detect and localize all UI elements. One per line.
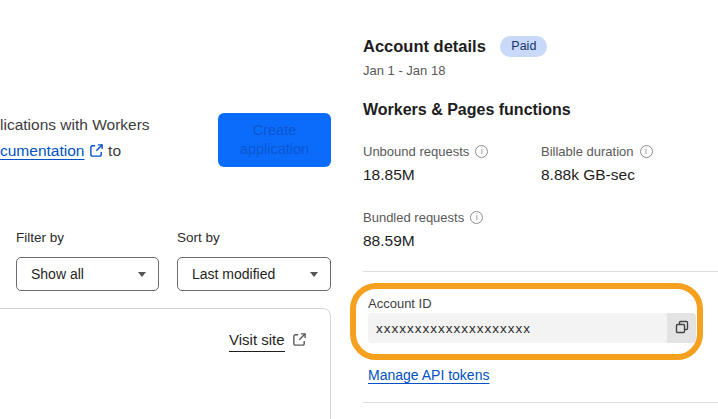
manage-api-tokens-link[interactable]: Manage API tokens (368, 367, 489, 383)
account-id-input[interactable] (368, 313, 667, 343)
date-range: Jan 1 - Jan 18 (363, 63, 445, 78)
stat-label: Bundled requests (363, 210, 464, 225)
functions-section-title: Workers & Pages functions (363, 101, 571, 119)
create-application-label: Create application (222, 121, 327, 159)
create-application-button[interactable]: Create application (218, 113, 331, 167)
external-link-icon (89, 143, 104, 162)
intro-text: lications with Workers (0, 116, 150, 133)
intro-text-after-link: to (104, 142, 121, 159)
sort-by-label: Sort by (177, 230, 220, 245)
paid-badge: Paid (500, 36, 547, 57)
stat-label: Billable duration (541, 144, 634, 159)
visit-site-row: Visit site (229, 331, 307, 352)
workers-pages-overview: lications with Workers cumentation to Cr… (0, 0, 718, 419)
stat-bundled-requests: Bundled requests i 88.59M (363, 210, 483, 250)
divider (363, 402, 718, 403)
divider (363, 271, 718, 272)
visit-site-link[interactable]: Visit site (229, 331, 285, 352)
sort-dropdown[interactable]: Last modified (177, 257, 331, 291)
account-details-header: Account details Paid (363, 36, 547, 57)
stat-value: 8.88k GB-sec (541, 166, 653, 184)
stat-billable-duration: Billable duration i 8.88k GB-sec (541, 144, 653, 184)
info-icon[interactable]: i (470, 211, 483, 224)
stat-unbound-requests: Unbound requests i 18.85M (363, 144, 488, 184)
copy-icon (674, 319, 690, 338)
filter-dropdown[interactable]: Show all (16, 257, 159, 291)
external-link-icon (292, 332, 307, 351)
info-icon[interactable]: i (640, 145, 653, 158)
filter-by-label: Filter by (16, 230, 64, 245)
intro-text-line1: lications with Workers (0, 116, 150, 134)
stat-label: Unbound requests (363, 144, 469, 159)
account-id-group (368, 313, 696, 343)
stat-value: 18.85M (363, 166, 488, 184)
copy-account-id-button[interactable] (667, 313, 696, 343)
intro-text-line2: cumentation to (0, 142, 121, 162)
application-card (0, 308, 331, 419)
chevron-down-icon (310, 272, 318, 277)
account-details-title: Account details (363, 37, 486, 55)
stat-value: 88.59M (363, 232, 483, 250)
sort-dropdown-value: Last modified (192, 266, 275, 282)
info-icon[interactable]: i (475, 145, 488, 158)
chevron-down-icon (138, 272, 146, 277)
account-id-label: Account ID (368, 296, 432, 311)
documentation-link[interactable]: cumentation (0, 142, 84, 159)
filter-dropdown-value: Show all (31, 266, 84, 282)
